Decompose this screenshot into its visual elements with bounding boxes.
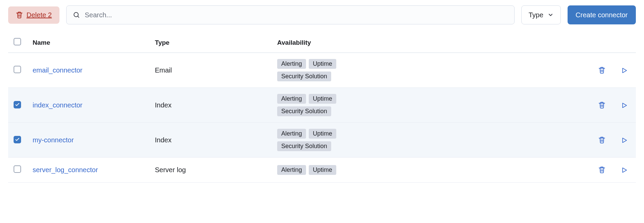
- trash-icon: [598, 66, 606, 74]
- play-icon: [621, 137, 628, 144]
- availability-badge: Uptime: [309, 94, 336, 104]
- row-checkbox[interactable]: [14, 136, 21, 143]
- connector-type: Index: [155, 136, 172, 144]
- availability-badges: AlertingUptimeSecurity Solution: [277, 129, 365, 151]
- trash-icon: [598, 136, 606, 144]
- delete-row-button[interactable]: [596, 64, 608, 76]
- toolbar: Delete 2 Type Create connector: [8, 5, 636, 24]
- connector-type: Index: [155, 101, 172, 109]
- search-input[interactable]: [85, 11, 508, 19]
- play-icon: [621, 67, 628, 74]
- connector-type: Email: [155, 66, 172, 74]
- availability-badge: Alerting: [277, 94, 306, 104]
- type-filter-label: Type: [529, 11, 543, 19]
- availability-badge: Security Solution: [277, 72, 331, 81]
- run-row-button[interactable]: [618, 64, 630, 77]
- availability-badge: Alerting: [277, 59, 306, 69]
- chevron-down-icon: [548, 12, 554, 18]
- play-icon: [621, 167, 628, 174]
- row-checkbox[interactable]: [14, 165, 21, 173]
- col-header-name: Name: [27, 34, 149, 53]
- table-row: server_log_connectorServer logAlertingUp…: [8, 158, 636, 183]
- table-row: email_connectorEmailAlertingUptimeSecuri…: [8, 53, 636, 88]
- connector-name-link[interactable]: my-connector: [33, 136, 74, 144]
- create-connector-button[interactable]: Create connector: [568, 5, 636, 24]
- availability-badges: AlertingUptimeSecurity Solution: [277, 59, 365, 81]
- availability-badge: Alerting: [277, 129, 306, 139]
- search-icon: [73, 11, 80, 19]
- trash-icon: [598, 166, 606, 174]
- delete-label: Delete 2: [26, 11, 52, 19]
- col-header-type: Type: [149, 34, 272, 53]
- availability-badge: Security Solution: [277, 106, 331, 116]
- trash-icon: [598, 101, 606, 109]
- connector-name-link[interactable]: index_connector: [33, 101, 83, 109]
- trash-icon: [16, 11, 23, 19]
- availability-badge: Uptime: [309, 129, 336, 139]
- connector-name-link[interactable]: server_log_connector: [33, 166, 98, 174]
- row-checkbox[interactable]: [14, 101, 21, 108]
- type-filter-button[interactable]: Type: [521, 5, 560, 24]
- connector-type: Server log: [155, 166, 186, 174]
- run-row-button[interactable]: [618, 134, 630, 146]
- run-row-button[interactable]: [618, 164, 630, 176]
- row-checkbox[interactable]: [14, 66, 21, 73]
- play-icon: [621, 102, 628, 109]
- availability-badge: Uptime: [309, 165, 336, 175]
- connector-name-link[interactable]: email_connector: [33, 66, 83, 74]
- connectors-table: Name Type Availability email_connectorEm…: [8, 34, 636, 183]
- table-row: my-connectorIndexAlertingUptimeSecurity …: [8, 123, 636, 158]
- availability-badge: Uptime: [309, 59, 336, 69]
- run-row-button[interactable]: [618, 99, 630, 112]
- select-all-checkbox[interactable]: [14, 38, 21, 45]
- search-field[interactable]: [66, 5, 515, 24]
- col-header-availability: Availability: [272, 34, 580, 53]
- availability-badges: AlertingUptimeSecurity Solution: [277, 94, 365, 116]
- delete-row-button[interactable]: [596, 99, 608, 111]
- availability-badge: Alerting: [277, 165, 306, 175]
- availability-badges: AlertingUptime: [277, 165, 365, 175]
- delete-row-button[interactable]: [596, 134, 608, 146]
- table-row: index_connectorIndexAlertingUptimeSecuri…: [8, 88, 636, 123]
- availability-badge: Security Solution: [277, 141, 331, 151]
- delete-row-button[interactable]: [596, 164, 608, 176]
- delete-selected-button[interactable]: Delete 2: [8, 6, 59, 24]
